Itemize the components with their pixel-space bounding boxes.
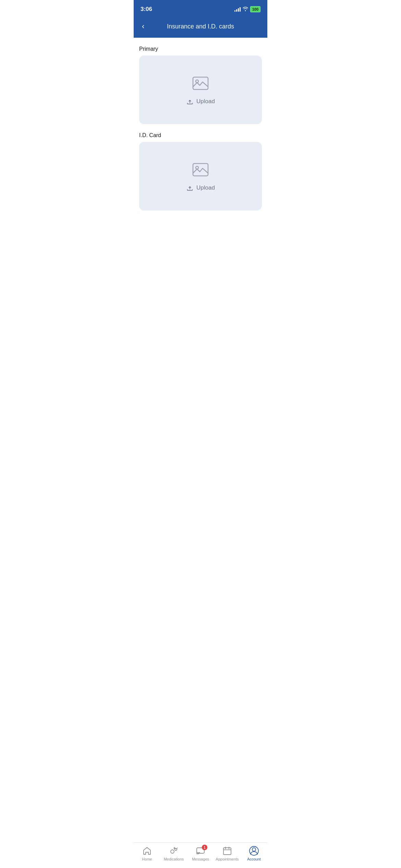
id-card-upload-button[interactable]: Upload <box>186 184 215 192</box>
id-card-upload-label: Upload <box>196 184 215 191</box>
primary-upload-label: Upload <box>196 98 215 105</box>
id-card-label: I.D. Card <box>139 132 262 138</box>
status-bar: 3:06 100 <box>134 0 267 17</box>
id-card-section: I.D. Card Upload <box>139 132 262 210</box>
battery-icon: 100 <box>250 6 260 12</box>
page-title: Insurance and I.D. cards <box>167 23 234 30</box>
svg-rect-0 <box>193 77 208 89</box>
nav-header: ‹ Insurance and I.D. cards <box>134 17 267 38</box>
wifi-icon <box>243 7 248 12</box>
primary-label: Primary <box>139 46 262 52</box>
primary-section: Primary Upload <box>139 46 262 124</box>
primary-image-icon <box>192 74 209 94</box>
primary-upload-card[interactable]: Upload <box>139 56 262 124</box>
status-icons: 100 <box>234 6 260 12</box>
back-button[interactable]: ‹ <box>141 21 146 32</box>
id-card-image-icon <box>192 161 209 180</box>
primary-upload-button[interactable]: Upload <box>186 98 215 105</box>
main-content: Primary Upload I.D. Card <box>134 38 267 259</box>
signal-icon <box>234 7 241 12</box>
svg-rect-2 <box>193 164 208 176</box>
status-time: 3:06 <box>141 6 152 13</box>
id-card-upload-card[interactable]: Upload <box>139 142 262 210</box>
